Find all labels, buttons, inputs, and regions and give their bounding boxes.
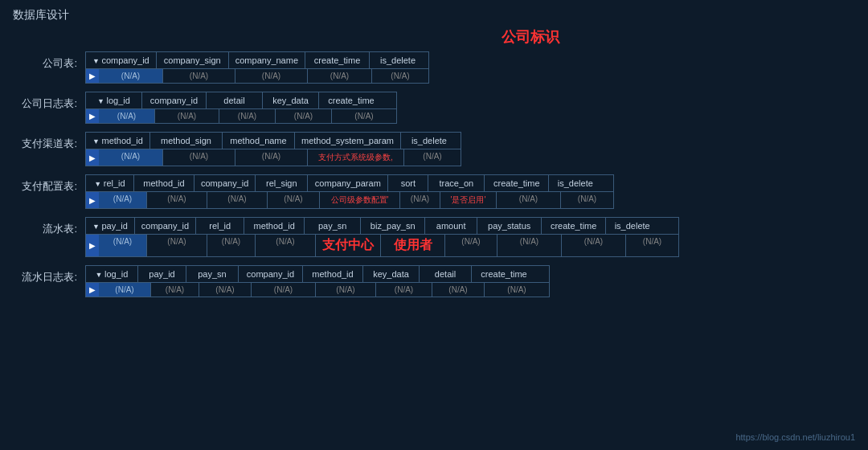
table-label-flow-log-table: 流水日志表: [13, 265, 85, 284]
data-cell-4: 公司级参数配置' [320, 192, 400, 208]
col-header-pay_id: ▼ pay_id [86, 218, 135, 234]
data-cell-5: 使用者 [381, 235, 445, 256]
data-cell-0: (N/A) [99, 192, 147, 208]
data-cell-1: (N/A) [155, 109, 219, 123]
data-cell-1: (N/A) [147, 192, 207, 208]
data-cell-4: (N/A) [332, 109, 396, 123]
data-cell-3: (N/A) [256, 235, 316, 256]
data-cell-0: (N/A) [99, 109, 155, 123]
data-cell-3: (N/A) [276, 109, 332, 123]
col-header-trace_on: trace_on [428, 175, 485, 191]
data-cell-3: (N/A) [308, 69, 372, 83]
payment-channel-table: ▼ method_idmethod_signmethod_namemethod_… [85, 132, 461, 166]
data-cell-6: (N/A) [432, 283, 485, 297]
data-cell-9: (N/A) [626, 235, 678, 256]
col-header-create_time: create_time [542, 218, 606, 234]
col-header-method_id: ▼ method_id [86, 133, 150, 149]
col-header-method_name: method_name [223, 133, 295, 149]
data-cell-0: (N/A) [99, 149, 163, 166]
col-header-detail: detail [207, 92, 263, 108]
data-cell-1: (N/A) [163, 149, 235, 166]
data-cell-4: 支付中心 [316, 235, 381, 256]
col-header-company_name: company_name [229, 52, 305, 68]
table-row-wrapper-payment-channel-table: 支付渠道表:▼ method_idmethod_signmethod_namem… [13, 132, 855, 166]
data-cell-4: (N/A) [316, 283, 376, 297]
col-header-amount: amount [425, 218, 477, 234]
row-indicator: ▶ [86, 235, 99, 256]
col-header-pay_sn: pay_sn [305, 218, 361, 234]
col-header-method_system_param: method_system_param [295, 133, 401, 149]
company-sign-label: 公司标识 [193, 27, 868, 47]
col-header-company_sign: company_sign [157, 52, 229, 68]
table-row-wrapper-flow-table: 流水表:▼ pay_idcompany_idrel_idmethod_idpay… [13, 217, 855, 257]
data-cell-1: (N/A) [147, 235, 207, 256]
col-header-company_param: company_param [308, 175, 388, 191]
row-indicator: ▶ [86, 149, 99, 166]
col-header-company_id: company_id [239, 266, 303, 282]
col-header-rel_id: ▼ rel_id [86, 175, 134, 191]
data-cell-0: (N/A) [99, 283, 151, 297]
col-header-is_delete: is_delete [370, 52, 426, 68]
col-header-pay_sn: pay_sn [186, 266, 239, 282]
data-cell-3: 支付方式系统级参数, [308, 149, 404, 166]
data-cell-2: (N/A) [219, 109, 276, 123]
company-table: ▼ company_idcompany_signcompany_namecrea… [85, 51, 429, 84]
data-cell-2: (N/A) [235, 149, 308, 166]
col-header-method_id: method_id [303, 266, 363, 282]
data-cell-1: (N/A) [163, 69, 235, 83]
data-cell-7: (N/A) [497, 235, 562, 256]
col-header-is_delete: is_delete [401, 133, 457, 149]
company-log-table: ▼ log_idcompany_iddetailkey_datacreate_t… [85, 92, 397, 124]
data-cell-6: (N/A) [445, 235, 497, 256]
data-cell-8: (N/A) [562, 235, 626, 256]
data-cell-2: (N/A) [199, 283, 252, 297]
col-header-company_id: company_id [194, 175, 256, 191]
data-cell-0: (N/A) [99, 235, 147, 256]
flow-log-table: ▼ log_idpay_idpay_sncompany_idmethod_idk… [85, 265, 550, 297]
data-cell-0: (N/A) [99, 69, 163, 83]
table-label-company-table: 公司表: [13, 51, 85, 71]
col-header-create_time: create_time [472, 266, 536, 282]
table-label-company-log-table: 公司日志表: [13, 92, 85, 111]
table-row-wrapper-company-log-table: 公司日志表:▼ log_idcompany_iddetailkey_datacr… [13, 92, 855, 124]
table-row-wrapper-company-table: 公司表:▼ company_idcompany_signcompany_name… [13, 51, 855, 84]
data-cell-2: (N/A) [207, 192, 268, 208]
data-cell-5: (N/A) [400, 192, 440, 208]
page-title: 数据库设计 [0, 0, 868, 27]
data-cell-6: '是否启用' [440, 192, 497, 208]
data-cell-4: (N/A) [372, 69, 428, 83]
table-label-flow-table: 流水表: [13, 217, 85, 236]
content-area: 公司表:▼ company_idcompany_signcompany_name… [0, 51, 868, 297]
data-cell-1: (N/A) [151, 283, 199, 297]
col-header-log_id: ▼ log_id [86, 266, 138, 282]
data-cell-2: (N/A) [207, 235, 256, 256]
data-cell-7: (N/A) [497, 192, 561, 208]
data-cell-4: (N/A) [404, 149, 461, 166]
col-header-biz_pay_sn: biz_pay_sn [361, 218, 425, 234]
col-header-pay_status: pay_status [477, 218, 542, 234]
col-header-is_delete: is_delete [606, 218, 658, 234]
data-cell-8: (N/A) [561, 192, 613, 208]
row-indicator: ▶ [86, 192, 99, 208]
data-cell-3: (N/A) [252, 283, 316, 297]
col-header-sort: sort [388, 175, 428, 191]
data-cell-7: (N/A) [485, 283, 549, 297]
table-label-payment-channel-table: 支付渠道表: [13, 132, 85, 151]
col-header-rel_id: rel_id [196, 218, 244, 234]
col-header-method_sign: method_sign [150, 133, 223, 149]
col-header-create_time: create_time [319, 92, 383, 108]
data-cell-2: (N/A) [235, 69, 308, 83]
col-header-create_time: create_time [305, 52, 370, 68]
flow-table: ▼ pay_idcompany_idrel_idmethod_idpay_snb… [85, 217, 679, 257]
col-header-method_id: method_id [134, 175, 194, 191]
row-indicator: ▶ [86, 283, 99, 297]
col-header-method_id: method_id [244, 218, 305, 234]
col-header-key_data: key_data [263, 92, 319, 108]
table-row-wrapper-payment-config-table: 支付配置表:▼ rel_idmethod_idcompany_idrel_sig… [13, 174, 855, 209]
data-cell-3: (N/A) [268, 192, 320, 208]
payment-config-table: ▼ rel_idmethod_idcompany_idrel_signcompa… [85, 174, 614, 209]
col-header-detail: detail [420, 266, 472, 282]
row-indicator: ▶ [86, 109, 99, 123]
row-indicator: ▶ [86, 69, 99, 83]
col-header-pay_id: pay_id [138, 266, 186, 282]
